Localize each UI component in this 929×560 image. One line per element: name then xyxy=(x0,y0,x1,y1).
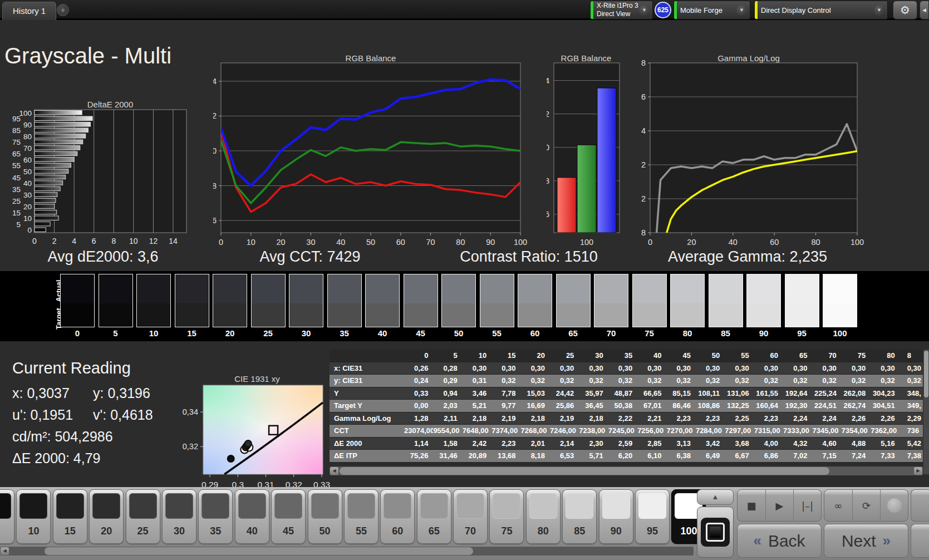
level-button-90[interactable]: 90 xyxy=(599,489,633,544)
table-cell: 2,29 xyxy=(900,412,923,425)
level-button-95[interactable]: 95 xyxy=(635,489,670,544)
actual-patch xyxy=(823,274,857,303)
calibration-app-window: History 1 + X-Rite i1Pro 3 Direct View ▼… xyxy=(0,0,929,560)
svg-text:70: 70 xyxy=(426,238,435,247)
svg-text:1,8: 1,8 xyxy=(641,228,646,237)
level-button-20[interactable]: 20 xyxy=(89,489,124,544)
level-button-55[interactable]: 55 xyxy=(344,489,379,544)
table-cell: 15,03 xyxy=(521,387,550,400)
infinity-button[interactable]: ∞ xyxy=(824,490,852,521)
level-button-35[interactable]: 35 xyxy=(198,489,233,544)
page-title: Grayscale - Multi xyxy=(4,43,171,68)
swatch-10: 10 xyxy=(136,274,171,338)
levels-scrollbar[interactable]: ◀ xyxy=(0,547,694,556)
level-button-85[interactable]: 85 xyxy=(562,489,597,544)
table-cell: 0,32 xyxy=(842,375,871,387)
scroll-right-icon[interactable]: ▶ xyxy=(914,467,922,475)
table-cell: 50,38 xyxy=(608,400,637,412)
step-button[interactable]: |–| xyxy=(793,490,821,521)
back-button[interactable]: « Back xyxy=(737,524,822,558)
history-tab[interactable]: History 1 xyxy=(2,2,56,20)
level-button-label: 40 xyxy=(235,525,269,537)
table-cell: 48,87 xyxy=(608,387,637,400)
workflow-dropdown[interactable]: Mobile Forge ▼ xyxy=(674,1,750,19)
table-cell: 7,33 xyxy=(871,450,899,462)
level-button-label: 10 xyxy=(17,525,50,537)
table-cell: 0,29 xyxy=(433,375,462,387)
scroll-left-icon[interactable]: ◀ xyxy=(1,547,9,555)
column-header: 20 xyxy=(521,350,550,362)
target-patch xyxy=(213,303,247,327)
table-cell: 2,59 xyxy=(608,438,637,450)
patch-window-button[interactable] xyxy=(697,507,734,558)
row-label: CCT xyxy=(330,425,404,437)
table-scrollbar-thumb[interactable] xyxy=(340,467,829,475)
bottom-control-bar: 101520253035404550556065707580859095100 … xyxy=(0,487,929,560)
actual-patch xyxy=(633,274,666,303)
table-cell: 7315,00 xyxy=(754,425,783,437)
scroll-left-icon[interactable]: ◀ xyxy=(330,467,338,475)
svg-text:65: 65 xyxy=(12,150,21,158)
level-button-label: 75 xyxy=(490,525,523,537)
level-button-25[interactable]: 25 xyxy=(126,489,160,544)
actual-patch xyxy=(252,274,285,303)
table-cell: 66,65 xyxy=(637,387,666,400)
collapse-panel-button[interactable]: ◀ xyxy=(920,1,929,19)
table-cell: 2,19 xyxy=(550,412,579,425)
nav-partial-button[interactable] xyxy=(911,524,929,558)
level-button-80[interactable]: 80 xyxy=(526,489,561,544)
svg-text:8: 8 xyxy=(111,237,116,245)
table-cell: 2,85 xyxy=(637,438,666,450)
level-button-partial[interactable] xyxy=(0,489,14,544)
display-control-dropdown[interactable]: Direct Display Control ▼ xyxy=(754,1,888,19)
column-header: 75 xyxy=(842,350,871,362)
level-button-10[interactable]: 10 xyxy=(16,489,51,544)
svg-text:0: 0 xyxy=(648,238,652,247)
svg-text:75: 75 xyxy=(12,138,21,146)
level-button-60[interactable]: 60 xyxy=(380,489,415,544)
level-button-75[interactable]: 75 xyxy=(489,489,524,544)
level-button-50[interactable]: 50 xyxy=(308,489,342,544)
swatch-label: 0 xyxy=(60,328,95,338)
table-cell: 2,23 xyxy=(491,438,520,450)
table-vscrollbar-thumb[interactable] xyxy=(924,351,928,397)
reading-luminance: cd/m²: 504,2986 xyxy=(12,429,113,445)
measurement-count-badge[interactable]: 625 xyxy=(655,2,671,18)
actual-patch xyxy=(366,274,399,303)
table-cell: 161,55 xyxy=(754,387,783,400)
target-patch xyxy=(442,303,475,327)
level-button-40[interactable]: 40 xyxy=(235,489,269,544)
levels-scrollbar-thumb[interactable] xyxy=(45,547,473,555)
loop-button[interactable]: ⟳ xyxy=(852,490,880,521)
table-horizontal-scrollbar[interactable]: ◀ ▶ xyxy=(330,466,923,475)
swatch-label: 50 xyxy=(441,328,476,338)
table-cell: 131,06 xyxy=(725,387,754,400)
swatch-label: 25 xyxy=(251,328,286,338)
add-tab-button[interactable]: + xyxy=(57,4,69,16)
swatch-60: 60 xyxy=(518,274,552,338)
expand-levels-button[interactable]: ▲ xyxy=(697,489,734,505)
gray-patch xyxy=(201,493,229,519)
svg-text:50: 50 xyxy=(366,238,375,247)
level-button-45[interactable]: 45 xyxy=(271,489,306,544)
next-button[interactable]: Next » xyxy=(824,524,908,558)
table-cell: 0,31 xyxy=(463,375,491,387)
level-button-70[interactable]: 70 xyxy=(453,489,488,544)
level-button-15[interactable]: 15 xyxy=(53,489,87,544)
stop-button[interactable]: ■ xyxy=(738,490,765,521)
play-button[interactable]: ▶ xyxy=(765,490,793,521)
level-button-65[interactable]: 65 xyxy=(417,489,451,544)
actual-patch xyxy=(404,274,438,303)
workflow-name: Mobile Forge xyxy=(680,6,733,14)
table-cell: 0,30 xyxy=(725,362,754,375)
settings-button[interactable]: ⚙ xyxy=(893,1,917,19)
table-vertical-scrollbar[interactable] xyxy=(923,350,929,474)
level-button-30[interactable]: 30 xyxy=(162,489,196,544)
record-button[interactable] xyxy=(880,490,908,521)
table-cell: 67,01 xyxy=(637,400,666,412)
meter-dropdown[interactable]: X-Rite i1Pro 3 Direct View ▼ xyxy=(590,1,653,19)
svg-text:40: 40 xyxy=(729,238,738,247)
transport-partial-button[interactable] xyxy=(911,489,929,522)
table-cell: 0,30 xyxy=(754,362,783,375)
grayscale-swatch-strip: Actual Target 05101520253035404550556065… xyxy=(0,271,929,341)
